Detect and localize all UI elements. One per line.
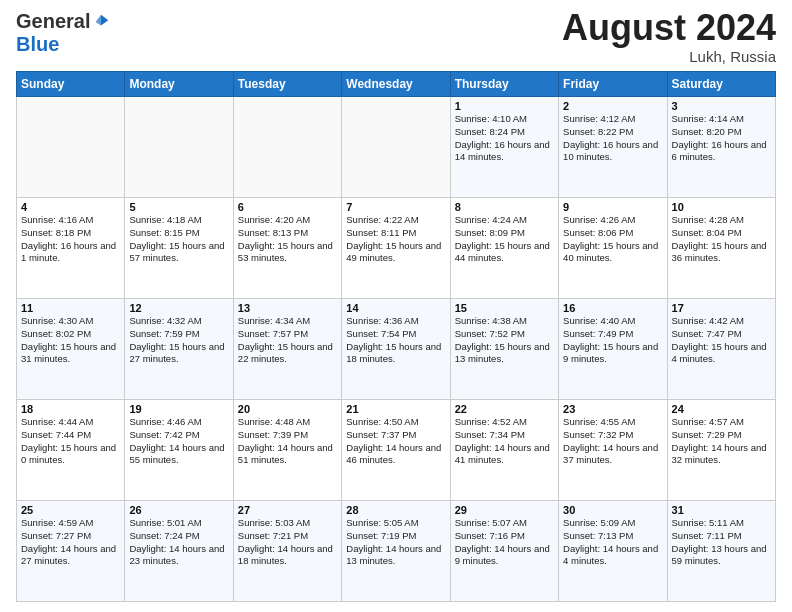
day-info: Sunrise: 4:14 AMSunset: 8:20 PMDaylight:… (672, 113, 771, 164)
day-number: 13 (238, 302, 337, 314)
day-number: 8 (455, 201, 554, 213)
table-row: 28Sunrise: 5:05 AMSunset: 7:19 PMDayligh… (342, 501, 450, 602)
table-row: 13Sunrise: 4:34 AMSunset: 7:57 PMDayligh… (233, 299, 341, 400)
table-row: 3Sunrise: 4:14 AMSunset: 8:20 PMDaylight… (667, 97, 775, 198)
logo-general-text: General (16, 10, 90, 33)
svg-marker-1 (96, 14, 101, 25)
day-number: 19 (129, 403, 228, 415)
day-info: Sunrise: 4:12 AMSunset: 8:22 PMDaylight:… (563, 113, 662, 164)
day-info: Sunrise: 4:24 AMSunset: 8:09 PMDaylight:… (455, 214, 554, 265)
header-monday: Monday (125, 72, 233, 97)
day-number: 31 (672, 504, 771, 516)
day-info: Sunrise: 4:48 AMSunset: 7:39 PMDaylight:… (238, 416, 337, 467)
day-number: 7 (346, 201, 445, 213)
day-number: 10 (672, 201, 771, 213)
table-row: 17Sunrise: 4:42 AMSunset: 7:47 PMDayligh… (667, 299, 775, 400)
table-row: 25Sunrise: 4:59 AMSunset: 7:27 PMDayligh… (17, 501, 125, 602)
day-info: Sunrise: 4:32 AMSunset: 7:59 PMDaylight:… (129, 315, 228, 366)
day-number: 21 (346, 403, 445, 415)
day-info: Sunrise: 4:52 AMSunset: 7:34 PMDaylight:… (455, 416, 554, 467)
day-number: 22 (455, 403, 554, 415)
day-number: 24 (672, 403, 771, 415)
day-info: Sunrise: 4:40 AMSunset: 7:49 PMDaylight:… (563, 315, 662, 366)
header-sunday: Sunday (17, 72, 125, 97)
page-header: General Blue August 2024 Lukh, Russia (16, 10, 776, 65)
day-number: 25 (21, 504, 120, 516)
table-row: 31Sunrise: 5:11 AMSunset: 7:11 PMDayligh… (667, 501, 775, 602)
table-row: 30Sunrise: 5:09 AMSunset: 7:13 PMDayligh… (559, 501, 667, 602)
table-row: 29Sunrise: 5:07 AMSunset: 7:16 PMDayligh… (450, 501, 558, 602)
day-info: Sunrise: 4:44 AMSunset: 7:44 PMDaylight:… (21, 416, 120, 467)
day-number: 23 (563, 403, 662, 415)
day-info: Sunrise: 5:11 AMSunset: 7:11 PMDaylight:… (672, 517, 771, 568)
table-row (342, 97, 450, 198)
table-row: 4Sunrise: 4:16 AMSunset: 8:18 PMDaylight… (17, 198, 125, 299)
table-row: 2Sunrise: 4:12 AMSunset: 8:22 PMDaylight… (559, 97, 667, 198)
day-number: 6 (238, 201, 337, 213)
day-info: Sunrise: 5:01 AMSunset: 7:24 PMDaylight:… (129, 517, 228, 568)
day-info: Sunrise: 4:16 AMSunset: 8:18 PMDaylight:… (21, 214, 120, 265)
table-row: 27Sunrise: 5:03 AMSunset: 7:21 PMDayligh… (233, 501, 341, 602)
day-number: 14 (346, 302, 445, 314)
day-number: 16 (563, 302, 662, 314)
location-subtitle: Lukh, Russia (562, 48, 776, 65)
day-info: Sunrise: 5:09 AMSunset: 7:13 PMDaylight:… (563, 517, 662, 568)
day-info: Sunrise: 4:22 AMSunset: 8:11 PMDaylight:… (346, 214, 445, 265)
day-number: 12 (129, 302, 228, 314)
day-info: Sunrise: 4:36 AMSunset: 7:54 PMDaylight:… (346, 315, 445, 366)
table-row (233, 97, 341, 198)
svg-marker-0 (101, 14, 108, 25)
day-info: Sunrise: 5:03 AMSunset: 7:21 PMDaylight:… (238, 517, 337, 568)
day-number: 20 (238, 403, 337, 415)
header-thursday: Thursday (450, 72, 558, 97)
day-info: Sunrise: 4:38 AMSunset: 7:52 PMDaylight:… (455, 315, 554, 366)
day-info: Sunrise: 4:50 AMSunset: 7:37 PMDaylight:… (346, 416, 445, 467)
table-row: 18Sunrise: 4:44 AMSunset: 7:44 PMDayligh… (17, 400, 125, 501)
table-row: 10Sunrise: 4:28 AMSunset: 8:04 PMDayligh… (667, 198, 775, 299)
table-row: 9Sunrise: 4:26 AMSunset: 8:06 PMDaylight… (559, 198, 667, 299)
day-info: Sunrise: 4:10 AMSunset: 8:24 PMDaylight:… (455, 113, 554, 164)
day-number: 15 (455, 302, 554, 314)
day-number: 28 (346, 504, 445, 516)
day-info: Sunrise: 4:26 AMSunset: 8:06 PMDaylight:… (563, 214, 662, 265)
day-number: 5 (129, 201, 228, 213)
table-row: 1Sunrise: 4:10 AMSunset: 8:24 PMDaylight… (450, 97, 558, 198)
day-info: Sunrise: 4:34 AMSunset: 7:57 PMDaylight:… (238, 315, 337, 366)
day-info: Sunrise: 4:42 AMSunset: 7:47 PMDaylight:… (672, 315, 771, 366)
header-wednesday: Wednesday (342, 72, 450, 97)
table-row: 11Sunrise: 4:30 AMSunset: 8:02 PMDayligh… (17, 299, 125, 400)
header-saturday: Saturday (667, 72, 775, 97)
day-info: Sunrise: 4:55 AMSunset: 7:32 PMDaylight:… (563, 416, 662, 467)
table-row: 16Sunrise: 4:40 AMSunset: 7:49 PMDayligh… (559, 299, 667, 400)
day-number: 29 (455, 504, 554, 516)
logo-blue-text: Blue (16, 33, 59, 55)
day-number: 30 (563, 504, 662, 516)
day-number: 2 (563, 100, 662, 112)
calendar-header-row: Sunday Monday Tuesday Wednesday Thursday… (17, 72, 776, 97)
logo: General Blue (16, 10, 110, 56)
table-row: 7Sunrise: 4:22 AMSunset: 8:11 PMDaylight… (342, 198, 450, 299)
day-info: Sunrise: 4:18 AMSunset: 8:15 PMDaylight:… (129, 214, 228, 265)
day-info: Sunrise: 5:07 AMSunset: 7:16 PMDaylight:… (455, 517, 554, 568)
calendar-table: Sunday Monday Tuesday Wednesday Thursday… (16, 71, 776, 602)
day-number: 3 (672, 100, 771, 112)
day-info: Sunrise: 4:20 AMSunset: 8:13 PMDaylight:… (238, 214, 337, 265)
day-info: Sunrise: 4:57 AMSunset: 7:29 PMDaylight:… (672, 416, 771, 467)
table-row: 24Sunrise: 4:57 AMSunset: 7:29 PMDayligh… (667, 400, 775, 501)
day-number: 1 (455, 100, 554, 112)
table-row: 20Sunrise: 4:48 AMSunset: 7:39 PMDayligh… (233, 400, 341, 501)
day-info: Sunrise: 4:46 AMSunset: 7:42 PMDaylight:… (129, 416, 228, 467)
table-row (125, 97, 233, 198)
day-number: 11 (21, 302, 120, 314)
calendar-week-2: 4Sunrise: 4:16 AMSunset: 8:18 PMDaylight… (17, 198, 776, 299)
table-row: 19Sunrise: 4:46 AMSunset: 7:42 PMDayligh… (125, 400, 233, 501)
calendar-week-1: 1Sunrise: 4:10 AMSunset: 8:24 PMDaylight… (17, 97, 776, 198)
table-row (17, 97, 125, 198)
title-section: August 2024 Lukh, Russia (562, 10, 776, 65)
month-year-title: August 2024 (562, 10, 776, 46)
table-row: 26Sunrise: 5:01 AMSunset: 7:24 PMDayligh… (125, 501, 233, 602)
table-row: 15Sunrise: 4:38 AMSunset: 7:52 PMDayligh… (450, 299, 558, 400)
table-row: 5Sunrise: 4:18 AMSunset: 8:15 PMDaylight… (125, 198, 233, 299)
day-number: 9 (563, 201, 662, 213)
table-row: 12Sunrise: 4:32 AMSunset: 7:59 PMDayligh… (125, 299, 233, 400)
